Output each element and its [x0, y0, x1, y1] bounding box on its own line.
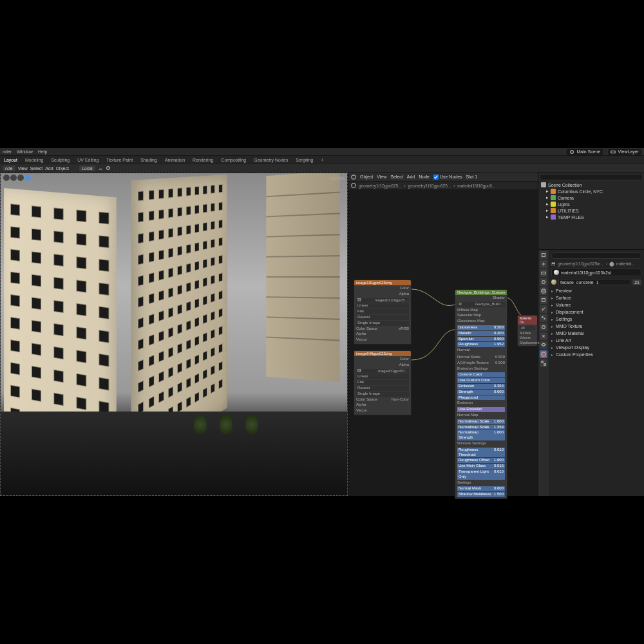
slot-selector[interactable]: Slot 1	[466, 175, 478, 179]
viewport-3d[interactable]: Options	[0, 173, 348, 496]
material-name-input[interactable]	[558, 279, 630, 285]
svg-point-12	[542, 326, 545, 329]
node-canvas[interactable]: image101gpc025chg Color Alpha 🖼mage201t1…	[348, 189, 538, 496]
menu-blender[interactable]: nder	[3, 149, 12, 154]
tab-shading[interactable]: Shading	[139, 158, 158, 162]
tree-item[interactable]: ▸Columbus Circle, NYC	[540, 188, 643, 194]
mode-dropdown[interactable]: ode	[3, 166, 15, 171]
ne-header: Object View Select Add Node Use Nodes Sl…	[348, 173, 538, 182]
tree-item[interactable]: ▸TEMP FILES	[540, 214, 643, 220]
tab-data-icon[interactable]	[540, 341, 547, 349]
material-user-count[interactable]: 21	[632, 279, 641, 285]
ne-node[interactable]: Node	[419, 175, 430, 179]
ne-breadcrumb: geometry1t10gpc625...› geometry1t10gpc62…	[348, 182, 538, 189]
node-title: Geotype_Buildings_Custom	[455, 290, 507, 295]
tab-scripting[interactable]: Scripting	[294, 158, 314, 162]
shader-group-node[interactable]: Geotype_Buildings_Custom Shader ⚙Geotype…	[455, 289, 507, 499]
material-ball-icon	[551, 279, 556, 285]
bc-1[interactable]: geometry1t10gpc625...	[359, 184, 402, 188]
util-icon	[551, 208, 556, 213]
panel-volume[interactable]: ▸Volume	[551, 301, 641, 308]
tab-world-icon[interactable]	[540, 287, 547, 295]
svg-point-13	[542, 352, 545, 356]
image-texture-node-1[interactable]: image101gpc025chg Color Alpha 🖼mage201t1…	[354, 279, 412, 345]
tab-geonodes[interactable]: Geometry Nodes	[252, 158, 289, 162]
scene-icon	[569, 149, 574, 155]
ne-add[interactable]: Add	[407, 175, 415, 179]
tab-animation[interactable]: Animation	[164, 158, 186, 162]
tab-viewlayer-icon[interactable]	[540, 269, 547, 277]
rendered-icon[interactable]	[24, 175, 31, 181]
material-name-field: 21	[551, 279, 641, 285]
tab-texture-icon[interactable]	[540, 359, 547, 367]
editor-type-icon[interactable]	[351, 175, 356, 180]
tree-item[interactable]: ▸UTILITIES	[540, 207, 643, 214]
node-title: Material Ou	[518, 316, 537, 325]
matprev-icon[interactable]	[17, 175, 24, 181]
blender-app: nder Window Help Main Scene ViewLayer La…	[0, 148, 644, 496]
image-texture-node-2[interactable]: image949gpc025chg Color Alpha 🖼mage201gp…	[354, 350, 412, 415]
tree-item[interactable]: ▸Lights	[540, 201, 643, 207]
ne-object[interactable]: Object	[360, 175, 373, 179]
svg-point-0	[571, 150, 574, 153]
tab-texpaint[interactable]: Texture Paint	[105, 158, 134, 162]
snap-icon[interactable]	[98, 166, 103, 171]
panel-line-art[interactable]: ▸Line Art	[551, 337, 641, 344]
tab-constraint-icon[interactable]	[540, 332, 547, 340]
properties-search[interactable]	[551, 252, 641, 259]
menu-bar: nder Window Help Main Scene ViewLayer	[0, 148, 644, 156]
orientation-dropdown[interactable]: Local	[79, 166, 95, 171]
bc-3[interactable]: material10t10gpc6...	[457, 184, 495, 188]
use-nodes-checkbox[interactable]: Use Nodes	[433, 175, 462, 180]
solid-icon[interactable]	[10, 175, 17, 181]
tab-particle-icon[interactable]	[540, 314, 547, 322]
tab-add[interactable]: +	[319, 158, 325, 162]
tab-material-icon[interactable]	[540, 350, 547, 358]
vp-object[interactable]: Object	[56, 166, 69, 171]
viewport-options[interactable]: Options	[329, 176, 345, 180]
ne-select[interactable]: Select	[390, 175, 402, 179]
panel-viewport-display[interactable]: ▸Viewport Display	[551, 344, 641, 351]
proportional-icon[interactable]	[106, 166, 111, 171]
panel-mmd-texture[interactable]: ▸MMD Texture	[551, 323, 641, 330]
vp-view[interactable]: View	[18, 166, 28, 171]
menu-help[interactable]: Help	[38, 149, 47, 154]
tab-modeling[interactable]: Modeling	[24, 158, 44, 162]
panel-custom-properties[interactable]: ▸Custom Properties	[551, 351, 641, 358]
tab-object-icon[interactable]	[540, 296, 547, 304]
tab-modifier-icon[interactable]	[540, 305, 547, 313]
vp-add[interactable]: Add	[45, 166, 53, 171]
tab-physics-icon[interactable]	[540, 323, 547, 331]
tab-scene-icon[interactable]	[540, 278, 547, 286]
tab-render-icon[interactable]	[540, 251, 547, 259]
cam-icon	[551, 195, 556, 200]
panel-settings[interactable]: ▸Settings	[551, 316, 641, 323]
svg-rect-6	[542, 272, 545, 274]
tab-output-icon[interactable]	[540, 260, 547, 268]
viewlayer-selector[interactable]: ViewLayer	[608, 149, 641, 155]
layer-icon	[611, 149, 616, 155]
panel-surface[interactable]: ▸Surface	[551, 294, 641, 301]
svg-rect-5	[542, 254, 545, 257]
tab-rendering[interactable]: Rendering	[191, 158, 214, 162]
vp-select[interactable]: Select	[30, 166, 43, 171]
bc-2[interactable]: geometry1t10gpc625...	[408, 184, 451, 188]
tab-layout[interactable]: Layout	[3, 158, 19, 162]
tree-item[interactable]: ▸Camera	[540, 194, 643, 201]
panel-preview[interactable]: ▸Preview	[551, 287, 641, 294]
tab-compositing[interactable]: Compositing	[220, 158, 247, 162]
ne-view[interactable]: View	[377, 175, 386, 179]
outliner-search[interactable]	[540, 174, 643, 180]
panel-mmd-material[interactable]: ▸MMD Material	[551, 330, 641, 337]
svg-rect-1	[611, 151, 615, 153]
distant-building	[266, 173, 339, 382]
menu-window[interactable]: Window	[17, 149, 33, 154]
material-slot[interactable]: material10t10gpc625k2st	[551, 269, 641, 276]
material-output-node[interactable]: Material Ou All Surface Volume Displacem…	[517, 315, 538, 346]
tab-uv[interactable]: UV Editing	[76, 158, 100, 162]
tab-sculpting[interactable]: Sculpting	[50, 158, 71, 162]
tree-scene-collection[interactable]: Scene Collection	[540, 182, 643, 188]
wireframe-icon[interactable]	[3, 175, 10, 181]
panel-displacement[interactable]: ▸Displacement	[551, 308, 641, 316]
scene-selector[interactable]: Main Scene	[567, 149, 603, 155]
